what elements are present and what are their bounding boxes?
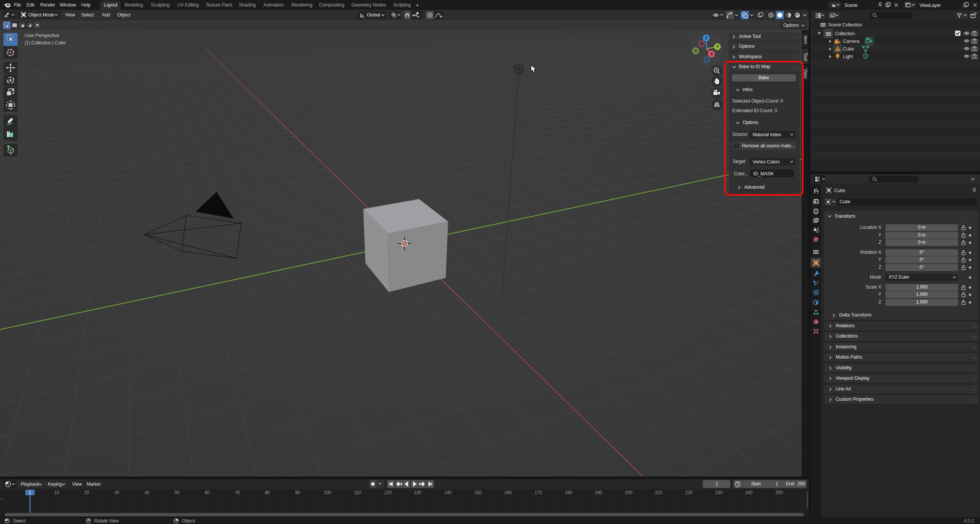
svg-text:X: X — [710, 52, 713, 56]
svg-text:Y: Y — [716, 44, 719, 49]
svg-text:Z: Z — [705, 36, 708, 40]
